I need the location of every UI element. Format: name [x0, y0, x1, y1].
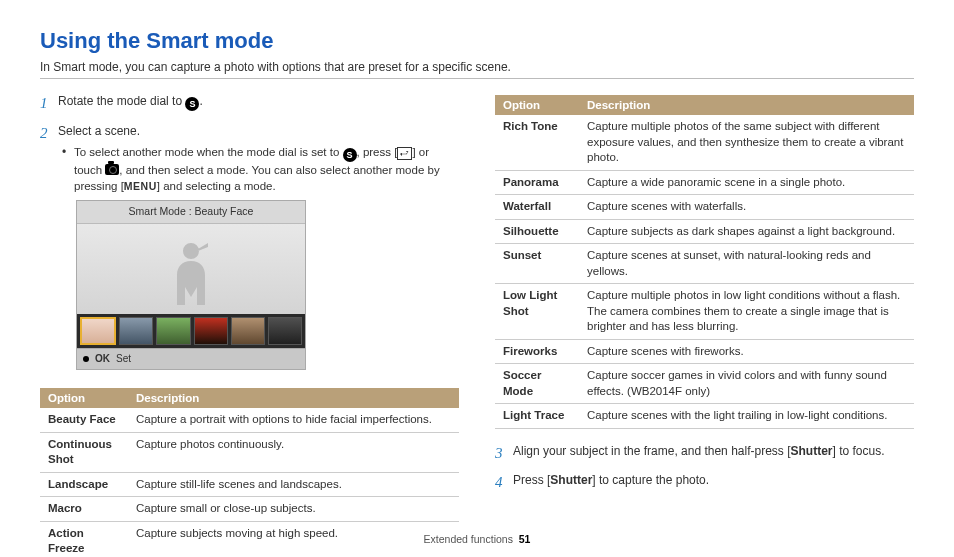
thumb-beauty-face [80, 317, 116, 345]
screenshot-footer: OK Set [77, 348, 305, 370]
step-4-post: ] to capture the photo. [592, 473, 709, 487]
table-row: MacroCapture small or close-up subjects. [40, 497, 459, 522]
th-option: Option [40, 388, 128, 408]
ok-label: OK [95, 352, 110, 367]
shutter-key: Shutter [550, 473, 592, 487]
page-title: Using the Smart mode [40, 28, 914, 54]
scene-thumbnails [77, 314, 305, 348]
option-name: Light Trace [495, 404, 579, 429]
step-number: 4 [495, 472, 513, 494]
option-name: Landscape [40, 472, 128, 497]
intro-text: In Smart mode, you can capture a photo w… [40, 60, 914, 79]
option-name: Macro [40, 497, 128, 522]
table-row: SilhouetteCapture subjects as dark shape… [495, 219, 914, 244]
step-3-post: ] to focus. [832, 444, 884, 458]
option-name: Panorama [495, 170, 579, 195]
thumb-scene [194, 317, 228, 345]
smart-mode-dial-icon: S [343, 148, 357, 162]
option-name: Continuous Shot [40, 432, 128, 472]
camera-screenshot: Smart Mode : Beauty Face [76, 200, 306, 370]
option-description: Capture a wide panoramic scene in a sing… [579, 170, 914, 195]
option-name: Low Light Shot [495, 284, 579, 340]
table-row: SunsetCapture scenes at sunset, with nat… [495, 244, 914, 284]
camera-icon [105, 164, 119, 175]
option-description: Capture soccer games in vivid colors and… [579, 364, 914, 404]
options-table-right: Option Description Rich ToneCapture mult… [495, 95, 914, 429]
person-silhouette-icon [166, 235, 216, 310]
step-number: 2 [40, 123, 58, 380]
th-description: Description [128, 388, 459, 408]
option-description: Capture multiple photos of the same subj… [579, 115, 914, 170]
option-name: Rich Tone [495, 115, 579, 170]
option-description: Capture scenes at sunset, with natural-l… [579, 244, 914, 284]
option-description: Capture still-life scenes and landscapes… [128, 472, 459, 497]
step-3-pre: Align your subject in the frame, and the… [513, 444, 790, 458]
ok-dot-icon [83, 356, 89, 362]
step-2-bullet: To select another mode when the mode dia… [74, 144, 459, 194]
option-description: Capture small or close-up subjects. [128, 497, 459, 522]
th-description: Description [579, 95, 914, 115]
step-3: 3 Align your subject in the frame, and t… [495, 443, 914, 465]
screenshot-title: Smart Mode : Beauty Face [77, 201, 305, 223]
option-description: Capture scenes with fireworks. [579, 339, 914, 364]
thumb-scene [231, 317, 265, 345]
step-1: 1 Rotate the mode dial to S. [40, 93, 459, 115]
option-name: Beauty Face [40, 408, 128, 432]
option-description: Capture a portrait with options to hide … [128, 408, 459, 432]
option-name: Waterfall [495, 195, 579, 220]
table-row: Rich ToneCapture multiple photos of the … [495, 115, 914, 170]
table-row: Beauty FaceCapture a portrait with optio… [40, 408, 459, 432]
step-number: 3 [495, 443, 513, 465]
smart-mode-dial-icon: S [185, 97, 199, 111]
step-2: 2 Select a scene. To select another mode… [40, 123, 459, 380]
option-name: Fireworks [495, 339, 579, 364]
table-row: PanoramaCapture a wide panoramic scene i… [495, 170, 914, 195]
shutter-key: Shutter [790, 444, 832, 458]
option-name: Soccer Mode [495, 364, 579, 404]
option-name: Sunset [495, 244, 579, 284]
option-name: Silhouette [495, 219, 579, 244]
option-description: Capture photos continuously. [128, 432, 459, 472]
table-row: Low Light ShotCapture multiple photos in… [495, 284, 914, 340]
bullet-frag: To select another mode when the mode dia… [74, 146, 343, 158]
step-1-text-post: . [199, 94, 202, 108]
bullet-frag: ] and selecting a mode. [157, 180, 276, 192]
thumb-scene [156, 317, 190, 345]
option-description: Capture subjects as dark shapes against … [579, 219, 914, 244]
thumb-scene [268, 317, 302, 345]
step-4-pre: Press [ [513, 473, 550, 487]
thumb-scene [119, 317, 153, 345]
option-description: Capture multiple photos in low light con… [579, 284, 914, 340]
step-2-text: Select a scene. [58, 123, 459, 140]
left-column: 1 Rotate the mode dial to S. 2 Select a … [40, 93, 459, 557]
table-row: Light TraceCapture scenes with the light… [495, 404, 914, 429]
set-label: Set [116, 352, 131, 367]
th-option: Option [495, 95, 579, 115]
table-row: FireworksCapture scenes with fireworks. [495, 339, 914, 364]
footer-page-number: 51 [519, 533, 531, 545]
step-1-text-pre: Rotate the mode dial to [58, 94, 185, 108]
table-row: Soccer ModeCapture soccer games in vivid… [495, 364, 914, 404]
option-description: Capture scenes with the light trailing i… [579, 404, 914, 429]
table-row: LandscapeCapture still-life scenes and l… [40, 472, 459, 497]
bullet-frag: , press [ [357, 146, 398, 158]
table-row: Continuous ShotCapture photos continuous… [40, 432, 459, 472]
back-icon: ⮐ [397, 147, 412, 160]
table-row: WaterfallCapture scenes with waterfalls. [495, 195, 914, 220]
step-number: 1 [40, 93, 58, 115]
right-column: Option Description Rich ToneCapture mult… [495, 93, 914, 557]
page-footer: Extended functions 51 [0, 533, 954, 545]
option-description: Capture scenes with waterfalls. [579, 195, 914, 220]
menu-key: MENU [124, 180, 157, 192]
screenshot-preview [77, 224, 305, 314]
options-table-left: Option Description Beauty FaceCapture a … [40, 388, 459, 557]
footer-section: Extended functions [424, 533, 513, 545]
step-4: 4 Press [Shutter] to capture the photo. [495, 472, 914, 494]
